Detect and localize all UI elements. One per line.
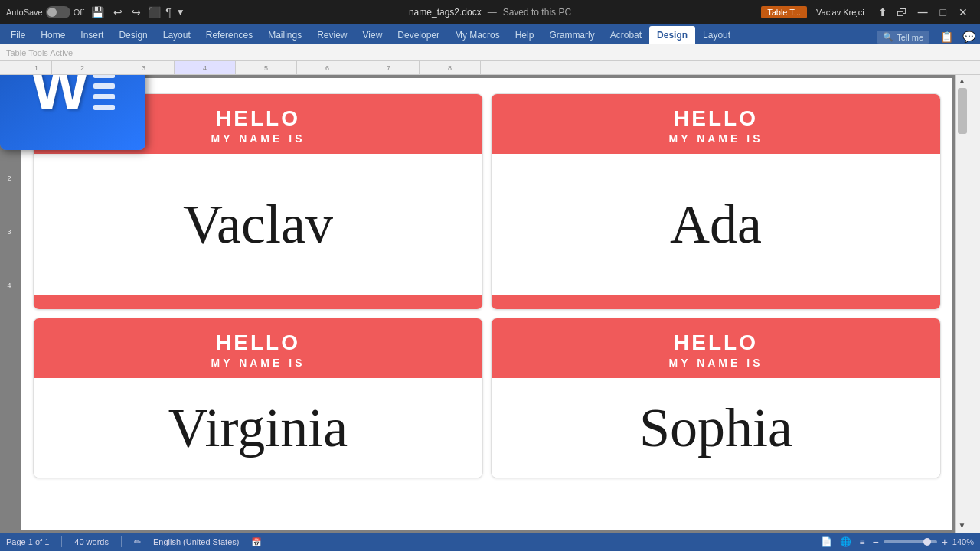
name-tag-3-header: HELLO MY NAME IS	[34, 318, 482, 378]
view-outline-icon[interactable]: ≡	[859, 536, 864, 547]
status-right: 📄 🌐 ≡ − + 140%	[821, 536, 974, 548]
saved-state: —	[488, 7, 497, 18]
tab-design-context[interactable]: Design	[649, 26, 695, 44]
name-tag-3-name: Virginia	[168, 396, 348, 460]
name-tag-3-hello: HELLO	[41, 331, 475, 355]
filename: name_tags2.docx	[409, 7, 482, 18]
name-tag-2-hello: HELLO	[499, 106, 933, 131]
tab-developer[interactable]: Developer	[390, 26, 447, 44]
autosave-label: AutoSave	[6, 8, 43, 17]
page-info: Page 1 of 1	[6, 537, 49, 546]
search-icon: 🔍	[883, 32, 893, 42]
tell-me-search[interactable]: 🔍 Tell me	[877, 31, 929, 44]
ribbon-content: Table Tools Active	[0, 44, 980, 61]
tab-view[interactable]: View	[355, 26, 390, 44]
autosave-state: Off	[74, 8, 84, 17]
name-tag-2-footer	[492, 295, 940, 309]
status-sep-1	[61, 536, 62, 547]
zoom-section: − + 140%	[872, 536, 974, 548]
tab-review[interactable]: Review	[309, 26, 354, 44]
tab-mymacros[interactable]: My Macros	[447, 26, 508, 44]
tab-layout[interactable]: Layout	[155, 26, 198, 44]
name-tag-3-subtitle: MY NAME IS	[41, 357, 475, 369]
name-tag-4-header: HELLO MY NAME IS	[492, 318, 940, 378]
calendar-icon[interactable]: 📅	[251, 537, 262, 547]
word-count: 40 words	[74, 537, 109, 546]
status-bar: Page 1 of 1 40 words ✏ English (United S…	[0, 533, 980, 551]
zoom-out-btn[interactable]: −	[872, 536, 878, 548]
tab-file[interactable]: File	[3, 26, 33, 44]
name-tag-4[interactable]: HELLO MY NAME IS Sophia	[491, 318, 941, 478]
zoom-level: 140%	[952, 537, 974, 546]
toolbar-undo[interactable]: ↩	[111, 6, 125, 18]
scrollbar-thumb[interactable]	[958, 88, 967, 134]
comment-icon[interactable]: 💬	[958, 31, 980, 43]
user-name: Vaclav Krejci	[812, 8, 869, 17]
autosave-section: AutoSave Off	[6, 6, 84, 18]
tab-insert[interactable]: Insert	[73, 26, 111, 44]
saved-label: Saved to this PC	[503, 7, 571, 18]
scrollbar-down-arrow[interactable]: ▼	[959, 521, 966, 530]
name-tag-2-body: Ada	[492, 154, 940, 295]
language: English (United States)	[153, 537, 240, 546]
name-tag-4-name: Sophia	[639, 396, 792, 460]
name-tag-4-body: Sophia	[492, 378, 940, 478]
title-bar: AutoSave Off 💾 ↩ ↪ ⬛ ¶ ▼ name_tags2.docx…	[0, 0, 980, 24]
status-sep-2	[121, 536, 122, 547]
tab-layout-context[interactable]: Layout	[695, 26, 738, 44]
toolbar-redo[interactable]: ↪	[129, 6, 143, 18]
tab-references[interactable]: References	[198, 26, 260, 44]
word-logo: W	[0, 75, 145, 150]
share-icon[interactable]: ⬆	[874, 6, 892, 18]
name-tag-2-name: Ada	[670, 193, 762, 256]
ribbon-spacer: Table Tools Active	[6, 48, 73, 57]
document-title: name_tags2.docx — Saved to this PC	[409, 7, 571, 18]
name-tag-1-footer	[34, 295, 482, 309]
minimize-btn[interactable]: ─	[912, 5, 934, 19]
zoom-in-btn[interactable]: +	[942, 536, 948, 548]
tab-design[interactable]: Design	[111, 26, 155, 44]
toolbar-format[interactable]: ¶	[165, 6, 172, 18]
scrollbar-track[interactable]: ▲ ▼	[956, 75, 968, 533]
autosave-toggle[interactable]	[46, 6, 70, 18]
tab-grammarly[interactable]: Grammarly	[541, 26, 602, 44]
name-tag-3[interactable]: HELLO MY NAME IS Virginia	[33, 318, 483, 478]
clipboard-icon[interactable]: 📋	[936, 31, 958, 43]
doc-area: 1 2 3 4 W HELLO MY NAME	[0, 75, 968, 533]
toolbar-save[interactable]: 💾	[89, 6, 106, 18]
maximize-btn[interactable]: □	[934, 6, 952, 18]
close-btn[interactable]: ✕	[952, 6, 974, 18]
name-tag-1-body: Vaclav	[34, 154, 482, 295]
tab-mailings[interactable]: Mailings	[260, 26, 309, 44]
name-tag-1-name: Vaclav	[183, 193, 333, 256]
title-bar-right: Table T... Vaclav Krejci ⬆ 🗗 ─ □ ✕	[761, 5, 974, 19]
scrollbar-up-arrow[interactable]: ▲	[959, 77, 966, 85]
ribbon-tabs: File Home Insert Design Layout Reference…	[0, 24, 980, 44]
name-tag-4-hello: HELLO	[499, 331, 933, 355]
view-web-icon[interactable]: 🌐	[840, 536, 851, 547]
name-tag-2-subtitle: MY NAME IS	[499, 132, 933, 145]
window-icons: ⬆ 🗗 ─ □ ✕	[874, 5, 974, 19]
edit-icon[interactable]: ✏	[134, 537, 141, 547]
restore-icon[interactable]: 🗗	[892, 6, 912, 18]
toolbar-quick[interactable]: ⬛	[148, 6, 161, 18]
name-tag-3-body: Virginia	[34, 378, 482, 478]
name-tag-2[interactable]: HELLO MY NAME IS Ada	[491, 93, 941, 310]
tab-acrobat[interactable]: Acrobat	[603, 26, 649, 44]
name-tag-grid: HELLO MY NAME IS Vaclav HELLO MY NAME IS…	[29, 90, 945, 482]
tab-help[interactable]: Help	[508, 26, 542, 44]
document-page[interactable]: W HELLO MY NAME IS Vaclav	[21, 78, 952, 530]
name-tag-2-header: HELLO MY NAME IS	[492, 94, 940, 154]
tell-me-label: Tell me	[897, 33, 923, 42]
tab-home[interactable]: Home	[33, 26, 73, 44]
zoom-slider[interactable]	[884, 540, 937, 543]
toolbar-more[interactable]: ▼	[176, 7, 185, 18]
view-print-icon[interactable]: 📄	[821, 536, 832, 547]
name-tag-4-subtitle: MY NAME IS	[499, 357, 933, 369]
context-tab[interactable]: Table T...	[761, 6, 807, 18]
ruler: 1 2 3 4 5 6 7 8	[0, 61, 980, 75]
